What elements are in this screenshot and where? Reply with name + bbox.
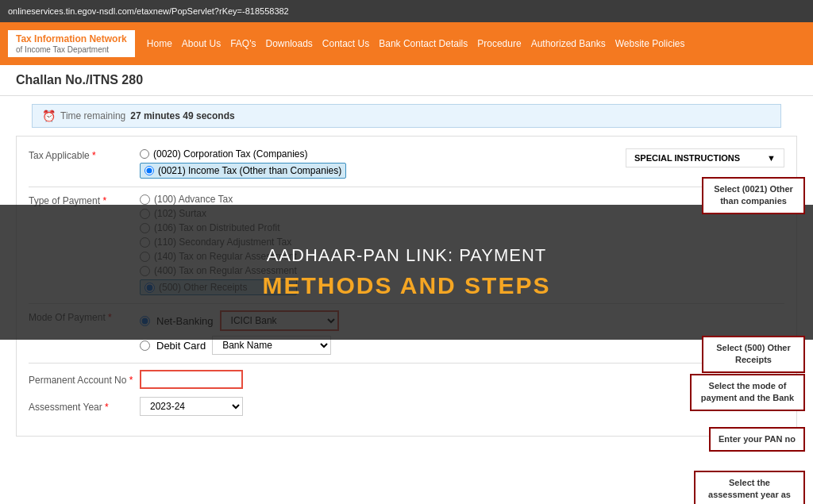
logo-area: Tax Information Network of Income Tax De…: [8, 30, 135, 56]
overlay-title: AADHAAR-PAN LINK: PAYMENT: [267, 245, 547, 266]
mode-radio-debit[interactable]: [140, 340, 150, 351]
logo-title: Tax Information Network: [16, 33, 127, 44]
nav-contact[interactable]: Contact Us: [322, 38, 369, 49]
time-remaining-bar: ⏰ Time remaining 27 minutes 49 seconds: [32, 104, 781, 128]
payment-radio-100[interactable]: [140, 194, 150, 205]
tax-radio-group: (0020) Corporation Tax (Companies) (0021…: [140, 148, 346, 179]
callout-mode-payment: Select the mode of payment and the Bank: [690, 374, 805, 411]
nav-policies[interactable]: Website Policies: [615, 38, 685, 49]
pan-input[interactable]: [140, 370, 243, 389]
page-title: Challan No./ITNS 280: [0, 65, 813, 96]
assessment-year-row: Assessment Year * 2022-23 2023-24 2024-2…: [29, 397, 784, 416]
nav-faqs[interactable]: FAQ's: [230, 38, 256, 49]
overlay-dark: AADHAAR-PAN LINK: PAYMENT METHODS AND ST…: [0, 205, 813, 340]
nav-procedure[interactable]: Procedure: [477, 38, 521, 49]
tax-radio-0020[interactable]: [140, 149, 149, 159]
clock-icon: ⏰: [42, 110, 56, 122]
nav-links: Home About Us FAQ's Downloads Contact Us…: [147, 38, 805, 49]
tax-option-0021[interactable]: (0021) Income Tax (Other than Companies): [140, 163, 346, 179]
special-instructions-label: SPECIAL INSTRUCTIONS: [634, 153, 740, 163]
top-navigation: Tax Information Network of Income Tax De…: [0, 22, 813, 65]
nav-authorized[interactable]: Authorized Banks: [531, 38, 606, 49]
payment-100[interactable]: (100) Advance Tax: [140, 194, 297, 205]
main-content: Tax Information Network of Income Tax De…: [0, 22, 813, 504]
callout-500: Select (500) Other Receipts: [702, 336, 805, 373]
callout-0021: Select (0021) Other than companies: [702, 177, 805, 214]
nav-bank-contact[interactable]: Bank Contact Details: [379, 38, 468, 49]
logo-subtitle: of Income Tax Department: [16, 45, 127, 54]
tax-applicable-label: Tax Applicable *: [29, 148, 140, 161]
special-instructions-chevron: ▼: [767, 153, 776, 163]
divider-3: [29, 363, 784, 364]
overlay-subtitle: METHODS AND STEPS: [263, 272, 551, 299]
callout-assessment: Select the assessment year as 2023-24: [694, 471, 805, 504]
pan-label: Permanent Account No *: [29, 373, 140, 386]
browser-tab[interactable]: onlineservices.tin.egov-nsdl.com/etaxnew…: [8, 6, 289, 16]
nav-downloads[interactable]: Downloads: [265, 38, 312, 49]
tax-option-0020[interactable]: (0020) Corporation Tax (Companies): [140, 148, 346, 160]
assessment-year-select[interactable]: 2022-23 2023-24 2024-25: [140, 397, 243, 416]
assessment-year-label: Assessment Year *: [29, 400, 140, 413]
divider-1: [29, 187, 784, 187]
browser-bar: onlineservices.tin.egov-nsdl.com/etaxnew…: [0, 0, 813, 22]
special-instructions-dropdown[interactable]: SPECIAL INSTRUCTIONS ▼: [626, 148, 784, 167]
pan-row: Permanent Account No *: [29, 370, 784, 389]
nav-about[interactable]: About Us: [182, 38, 221, 49]
callout-pan: Enter your PAN no: [709, 427, 805, 452]
nav-home[interactable]: Home: [147, 38, 172, 49]
tax-radio-0021[interactable]: [144, 166, 154, 175]
